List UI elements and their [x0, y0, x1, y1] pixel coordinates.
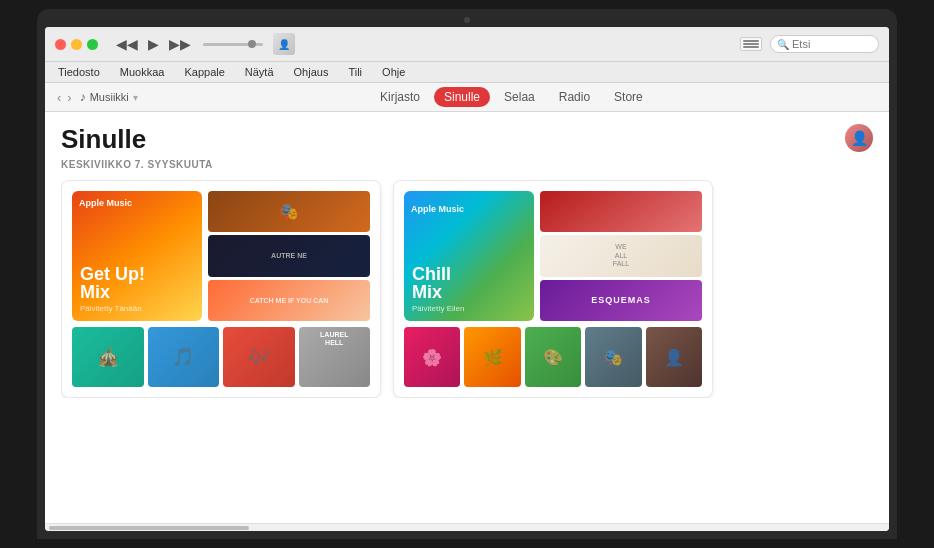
- page-title: Sinulle: [61, 124, 146, 155]
- music-note-icon: ♪: [80, 90, 86, 104]
- menu-item-tili[interactable]: Tili: [345, 65, 365, 79]
- tab-store[interactable]: Store: [604, 87, 653, 107]
- get-up-mix-header: Apple Music Get Up!Mix Päivitetty Tänään…: [72, 191, 370, 321]
- bottom-album-2-2[interactable]: 🌿: [464, 327, 520, 387]
- minimize-button[interactable]: [71, 39, 82, 50]
- menu-item-muokkaa[interactable]: Muokkaa: [117, 65, 168, 79]
- get-up-mix-artwork[interactable]: Apple Music Get Up!Mix Päivitetty Tänään: [72, 191, 202, 321]
- account-icon[interactable]: 👤: [273, 33, 295, 55]
- menu-item-tiedosto[interactable]: Tiedosto: [55, 65, 103, 79]
- side-albums-2: WEALLFALL ESQUEMAS: [540, 191, 702, 321]
- scroll-thumb[interactable]: [49, 526, 249, 530]
- menu-item-kappale[interactable]: Kappale: [181, 65, 227, 79]
- title-bar: ◀◀ ▶ ▶▶ 👤 🔍: [45, 27, 889, 62]
- chill-mix-artwork[interactable]: Apple Music ChillMix Päivitetty Eilen: [404, 191, 534, 321]
- laptop-camera: [464, 17, 470, 23]
- forward-nav-button[interactable]: ›: [65, 90, 73, 105]
- bottom-album-2-1[interactable]: 🌸: [404, 327, 460, 387]
- breadcrumb-label: Musiikki: [90, 91, 129, 103]
- bottom-album-2-5[interactable]: 👤: [646, 327, 702, 387]
- search-box[interactable]: 🔍: [770, 35, 879, 53]
- side-album-2-1[interactable]: [540, 191, 702, 232]
- bottom-album-1-4[interactable]: LAURELHELL: [299, 327, 371, 387]
- nav-arrows: ‹ ›: [55, 90, 74, 105]
- bottom-albums-2: 🌸 🌿 🎨 🎭 👤: [404, 327, 702, 387]
- search-icon: 🔍: [777, 39, 789, 50]
- bottom-album-2-3[interactable]: 🎨: [525, 327, 581, 387]
- apple-music-label-1: Apple Music: [79, 198, 132, 208]
- side-album-1-3[interactable]: CATCH ME IF YOU CAN: [208, 280, 370, 321]
- scrollbar-container: [45, 523, 889, 531]
- transport-controls: ◀◀ ▶ ▶▶ 👤: [114, 33, 295, 55]
- breadcrumb: ♪ Musiikki ▾: [80, 90, 138, 104]
- side-album-1-1[interactable]: 🎭: [208, 191, 370, 232]
- apple-music-label-2: Apple Music: [411, 204, 464, 214]
- get-up-mix-card[interactable]: Apple Music Get Up!Mix Päivitetty Tänään…: [61, 180, 381, 398]
- laptop-body: ◀◀ ▶ ▶▶ 👤 🔍: [37, 9, 897, 539]
- menu-item-nayta[interactable]: Näytä: [242, 65, 277, 79]
- volume-slider[interactable]: [203, 43, 263, 46]
- back-button[interactable]: ‹: [55, 90, 63, 105]
- bottom-albums-1: 🎪 🎵 🎶 LAURELHELL: [72, 327, 370, 387]
- search-input[interactable]: [792, 38, 872, 50]
- page-header: Sinulle 👤: [61, 124, 873, 155]
- rewind-button[interactable]: ◀◀: [114, 36, 140, 52]
- chill-mix-header: Apple Music ChillMix Päivitetty Eilen: [404, 191, 702, 321]
- side-album-1-2[interactable]: AUTRE NE: [208, 235, 370, 276]
- get-up-mix-title: Get Up!Mix: [80, 265, 145, 301]
- side-album-2-2[interactable]: WEALLFALL: [540, 235, 702, 276]
- menu-item-ohje[interactable]: Ohje: [379, 65, 408, 79]
- menu-bar: Tiedosto Muokkaa Kappale Näytä Ohjaus Ti…: [45, 62, 889, 83]
- bottom-album-1-2[interactable]: 🎵: [148, 327, 220, 387]
- bottom-album-1-3[interactable]: 🎶: [223, 327, 295, 387]
- bottom-album-1-1[interactable]: 🎪: [72, 327, 144, 387]
- main-content: Sinulle 👤 KESKIVIIKKO 7. SYYSKUUTA Apple…: [45, 112, 889, 523]
- get-up-mix-subtitle: Päivitetty Tänään: [80, 304, 145, 313]
- tab-radio[interactable]: Radio: [549, 87, 600, 107]
- close-button[interactable]: [55, 39, 66, 50]
- esquemas-label: ESQUEMAS: [591, 295, 651, 305]
- laptop-screen: ◀◀ ▶ ▶▶ 👤 🔍: [45, 27, 889, 531]
- chill-mix-title: ChillMix: [412, 265, 464, 301]
- nav-tabs: Kirjasto Sinulle Selaa Radio Store: [370, 87, 653, 107]
- forward-button[interactable]: ▶▶: [167, 36, 193, 52]
- date-label: KESKIVIIKKO 7. SYYSKUUTA: [61, 159, 873, 170]
- catch-me-label: CATCH ME IF YOU CAN: [250, 297, 329, 304]
- side-albums-1: 🎭 AUTRE NE CATCH ME IF YOU CAN: [208, 191, 370, 321]
- chill-mix-subtitle: Päivitetty Eilen: [412, 304, 464, 313]
- cards-row: Apple Music Get Up!Mix Päivitetty Tänään…: [61, 180, 873, 398]
- user-avatar[interactable]: 👤: [845, 124, 873, 152]
- bottom-album-2-4[interactable]: 🎭: [585, 327, 641, 387]
- breadcrumb-arrow: ▾: [133, 92, 138, 103]
- tab-selaa[interactable]: Selaa: [494, 87, 545, 107]
- tab-kirjasto[interactable]: Kirjasto: [370, 87, 430, 107]
- maximize-button[interactable]: [87, 39, 98, 50]
- window-controls: [55, 39, 98, 50]
- chill-mix-card[interactable]: Apple Music ChillMix Päivitetty Eilen: [393, 180, 713, 398]
- tab-sinulle[interactable]: Sinulle: [434, 87, 490, 107]
- nav-bar: ‹ › ♪ Musiikki ▾ Kirjasto Sinulle Selaa …: [45, 83, 889, 112]
- menu-item-ohjaus[interactable]: Ohjaus: [291, 65, 332, 79]
- side-album-2-3[interactable]: ESQUEMAS: [540, 280, 702, 321]
- view-toggle[interactable]: [740, 37, 762, 51]
- play-button[interactable]: ▶: [146, 36, 161, 52]
- laurel-label: LAURELHELL: [299, 327, 371, 352]
